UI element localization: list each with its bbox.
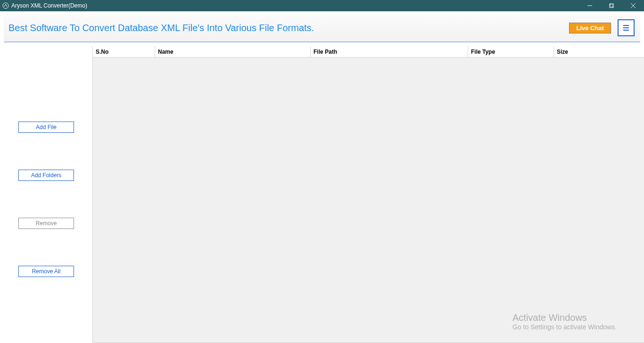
svg-rect-3 xyxy=(610,3,614,7)
column-header-size[interactable]: Size xyxy=(554,46,644,57)
column-header-sno[interactable]: S.No xyxy=(93,46,155,57)
svg-point-0 xyxy=(3,3,8,8)
column-header-path[interactable]: File Path xyxy=(311,46,468,57)
minimize-button[interactable] xyxy=(579,0,601,11)
headline: Best Software To Convert Database XML Fi… xyxy=(8,23,314,33)
hamburger-icon xyxy=(622,24,630,31)
svg-rect-2 xyxy=(609,4,613,8)
table-header: S.No Name File Path File Type Size xyxy=(93,46,644,57)
sidebar: Add File Add Folders Remove Remove All xyxy=(0,46,92,343)
header-banner: Best Software To Convert Database XML Fi… xyxy=(4,14,640,42)
content-area: Add File Add Folders Remove Remove All S… xyxy=(0,44,644,343)
file-table: S.No Name File Path File Type Size xyxy=(92,46,644,343)
column-header-type[interactable]: File Type xyxy=(468,46,554,57)
live-chat-button[interactable]: Live Chat xyxy=(569,23,611,33)
maximize-button[interactable] xyxy=(601,0,622,11)
table-body[interactable] xyxy=(93,57,644,343)
menu-button[interactable] xyxy=(618,19,635,36)
remove-all-button[interactable]: Remove All xyxy=(18,266,74,277)
add-folders-button[interactable]: Add Folders xyxy=(18,170,74,181)
close-button[interactable] xyxy=(622,0,644,11)
column-header-name[interactable]: Name xyxy=(155,46,311,57)
remove-button[interactable]: Remove xyxy=(18,218,74,229)
add-file-button[interactable]: Add File xyxy=(18,122,74,133)
app-icon xyxy=(2,2,9,9)
window-controls xyxy=(579,0,644,11)
app-title: Aryson XML Converter(Demo) xyxy=(11,2,87,9)
titlebar: Aryson XML Converter(Demo) xyxy=(0,0,644,11)
